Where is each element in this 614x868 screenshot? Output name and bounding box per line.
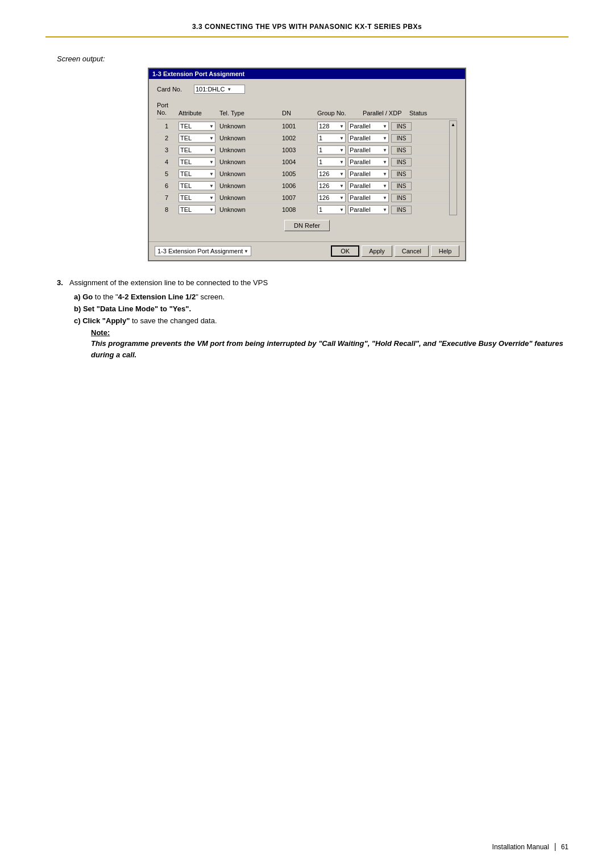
sub-step-b-label: b) Set "Data Line Mode" to "Yes". [74,304,191,313]
cell-group[interactable]: 1 ▼ [317,205,346,214]
parallel-dropdown-arrow: ▼ [383,160,387,165]
bottom-dropdown-value: 1-3 Extension Port Assignment [157,248,243,254]
cell-parallel[interactable]: Parallel ▼ [348,145,389,155]
cell-status: INS [391,206,412,214]
instructions: 3. Assignment of the extension line to b… [57,278,569,360]
cell-port: 3 [157,147,168,153]
group-dropdown-arrow: ▼ [339,124,344,129]
help-button[interactable]: Help [431,245,459,257]
cell-teltype: Unknown [219,206,282,213]
col-header-parallel: Parallel / XDP [363,110,409,116]
cell-group[interactable]: 1 ▼ [317,157,346,166]
cell-attr[interactable]: TEL ▼ [179,181,215,190]
card-no-label: Card No. [157,86,188,93]
cell-status: INS [391,182,412,190]
cell-teltype: Unknown [219,123,282,130]
parallel-value: Parallel [350,135,371,141]
cell-parallel[interactable]: Parallel ▼ [348,193,389,202]
table-row: 2 TEL ▼ Unknown 1002 1 ▼ Parallel ▼ INS [157,132,449,144]
attr-dropdown-arrow: ▼ [209,172,214,177]
parallel-dropdown-arrow: ▼ [383,148,387,153]
table-row: 5 TEL ▼ Unknown 1005 126 ▼ Parallel ▼ IN… [157,168,449,180]
cell-teltype: Unknown [219,170,282,177]
scroll-up-arrow[interactable]: ▲ [451,122,455,127]
cell-group[interactable]: 126 ▼ [317,193,346,202]
parallel-value: Parallel [350,158,371,165]
cell-group[interactable]: 128 ▼ [317,122,346,131]
cell-attr[interactable]: TEL ▼ [179,157,215,166]
group-value: 1 [319,158,322,165]
cell-status: INS [391,158,412,166]
cell-attr[interactable]: TEL ▼ [179,169,215,178]
cell-group[interactable]: 1 ▼ [317,133,346,143]
cell-attr[interactable]: TEL ▼ [179,133,215,143]
attr-value: TEL [180,158,192,165]
cell-attr[interactable]: TEL ▼ [179,145,215,155]
rows-data: 1 TEL ▼ Unknown 1001 128 ▼ Parallel ▼ IN… [157,120,449,215]
apply-button[interactable]: Apply [362,245,392,257]
cell-dn: 1004 [282,158,317,165]
group-dropdown-arrow: ▼ [339,160,344,165]
attr-value: TEL [180,194,192,201]
cell-parallel[interactable]: Parallel ▼ [348,157,389,166]
parallel-dropdown-arrow: ▼ [383,183,387,189]
parallel-value: Parallel [350,182,371,189]
card-no-row: Card No. 101:DHLC ▼ [157,85,457,94]
step-item-3: 3. Assignment of the extension line to b… [57,278,569,287]
scrollbar[interactable]: ▲ [449,120,457,215]
footer-left: Installation Manual [492,843,549,851]
attr-dropdown-arrow: ▼ [209,183,214,189]
cell-teltype: Unknown [219,158,282,165]
cell-attr[interactable]: TEL ▼ [179,205,215,214]
cell-parallel[interactable]: Parallel ▼ [348,122,389,131]
cell-dn: 1007 [282,194,317,201]
cell-port: 7 [157,194,168,201]
attr-value: TEL [180,123,192,130]
group-dropdown-arrow: ▼ [339,172,344,177]
table-row: 1 TEL ▼ Unknown 1001 128 ▼ Parallel ▼ IN… [157,120,449,132]
cell-group[interactable]: 126 ▼ [317,181,346,190]
dn-refer-button[interactable]: DN Refer [284,220,330,231]
group-value: 126 [319,170,329,177]
parallel-value: Parallel [350,147,371,153]
footer-divider [555,843,555,851]
col-header-port: PortNo. [157,102,179,116]
rows-area: 1 TEL ▼ Unknown 1001 128 ▼ Parallel ▼ IN… [157,120,457,215]
cell-status: INS [391,170,412,178]
col-header-group: Group No. [317,110,363,116]
group-value: 128 [319,123,329,130]
cell-parallel[interactable]: Parallel ▼ [348,205,389,214]
attr-dropdown-arrow: ▼ [209,195,214,201]
bottom-dropdown-arrow: ▼ [244,249,248,254]
cell-dn: 1001 [282,123,317,130]
cell-group[interactable]: 1 ▼ [317,145,346,155]
sub-step-a-label: a) Go to the "4-2 Extension Line 1/2" sc… [74,293,225,301]
group-value: 1 [319,147,322,153]
card-no-value: 101:DHLC [196,86,225,93]
cell-status: INS [391,122,412,131]
cell-port: 4 [157,158,168,165]
cell-parallel[interactable]: Parallel ▼ [348,169,389,178]
ok-button[interactable]: OK [331,245,359,257]
group-dropdown-arrow: ▼ [339,136,344,141]
dn-refer-row: DN Refer [157,220,457,236]
cell-parallel[interactable]: Parallel ▼ [348,133,389,143]
card-no-select[interactable]: 101:DHLC ▼ [194,85,245,94]
attr-dropdown-arrow: ▼ [209,136,214,141]
cell-attr[interactable]: TEL ▼ [179,122,215,131]
bottom-dropdown[interactable]: 1-3 Extension Port Assignment ▼ [155,246,251,256]
cancel-button[interactable]: Cancel [395,245,429,257]
cell-port: 8 [157,206,168,213]
cell-attr[interactable]: TEL ▼ [179,193,215,202]
dialog-box: 1-3 Extension Port Assignment Card No. 1… [148,68,466,261]
cell-parallel[interactable]: Parallel ▼ [348,181,389,190]
cell-port: 1 [157,123,168,130]
cell-group[interactable]: 126 ▼ [317,169,346,178]
cell-teltype: Unknown [219,147,282,153]
sub-step-c-label: c) Click "Apply" to save the changed dat… [74,316,217,325]
dialog-bottom-bar: 1-3 Extension Port Assignment ▼ OK Apply… [149,241,465,260]
group-dropdown-arrow: ▼ [339,183,344,189]
note-text: This programme prevents the VM port from… [91,338,569,360]
parallel-value: Parallel [350,170,371,177]
group-dropdown-arrow: ▼ [339,195,344,201]
